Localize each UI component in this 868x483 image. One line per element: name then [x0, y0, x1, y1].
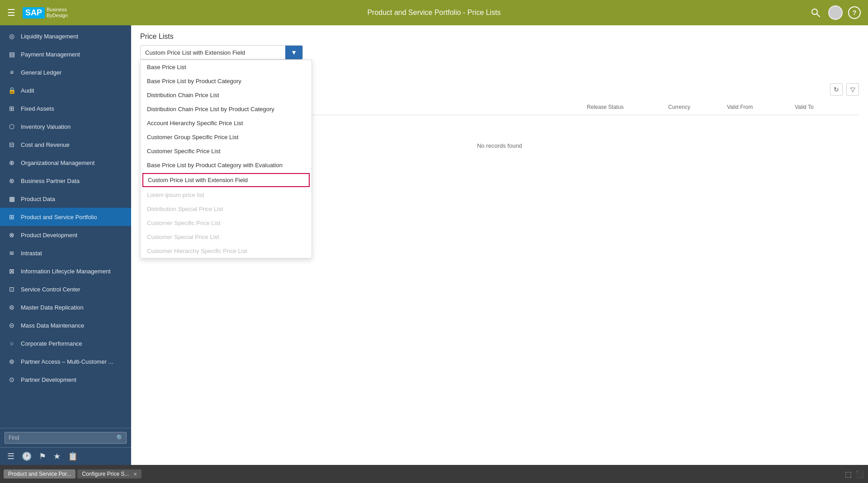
dropdown-option-account-hierarchy-price-list[interactable]: Account Hierarchy Specific Price List	[141, 116, 311, 130]
sidebar-label-fixed-assets: Fixed Assets	[21, 105, 54, 112]
favorites-icon[interactable]: ★	[53, 451, 61, 461]
dropdown-option-customer-specific-price-list[interactable]: Customer Specific Price List	[141, 144, 311, 158]
refresh-button[interactable]: ↻	[830, 83, 843, 96]
clipboard-icon[interactable]: 📋	[68, 451, 78, 461]
sidebar-label-mass-data-maintenance: Mass Data Maintenance	[21, 322, 84, 329]
list-icon[interactable]: ☰	[7, 451, 14, 461]
sidebar-item-organizational-management[interactable]: ⊕Organizational Management	[0, 154, 131, 172]
menu-icon[interactable]: ☰	[7, 7, 15, 18]
sidebar-item-payment-management[interactable]: ▤Payment Management	[0, 45, 131, 63]
sidebar-label-information-lifecycle-management: Information Lifecycle Management	[21, 268, 111, 275]
nav-icon-mass-data-maintenance: ⊝	[7, 321, 16, 330]
sidebar-item-mass-data-maintenance[interactable]: ⊝Mass Data Maintenance	[0, 316, 131, 334]
dropdown-option-dimmed-2[interactable]: Distribution Special Price List	[141, 202, 311, 216]
col-valid-from: Valid From	[723, 102, 791, 112]
sidebar-item-corporate-performance[interactable]: ○Corporate Performance	[0, 334, 131, 352]
user-avatar[interactable]	[828, 5, 843, 20]
sidebar-item-cost-and-revenue[interactable]: ⊟Cost and Revenue	[0, 136, 131, 154]
sidebar-search-input[interactable]	[5, 432, 127, 444]
sidebar-item-product-development[interactable]: ⊗Product Development	[0, 226, 131, 244]
taskbar-right-icon-0[interactable]: ⬚	[845, 470, 852, 478]
taskbar-item-taskbar-configure[interactable]: Configure Price S...✕	[77, 469, 142, 478]
content-header: Price Lists	[131, 25, 868, 45]
col-valid-to: Valid To	[791, 102, 859, 112]
sidebar-search-area: 🔍	[0, 428, 131, 447]
sidebar-nav: ◎Liquidity Management▤Payment Management…	[0, 25, 131, 428]
nav-icon-general-ledger: ≡	[7, 68, 16, 77]
sidebar-item-intrastat[interactable]: ≋Intrastat	[0, 244, 131, 262]
sidebar-label-product-development: Product Development	[21, 232, 77, 239]
filter-button[interactable]: ▽	[846, 83, 859, 96]
main-layout: ◎Liquidity Management▤Payment Management…	[0, 25, 868, 465]
dropdown-option-dimmed-1[interactable]: Lorem ipsum price list	[141, 188, 311, 202]
dropdown-option-base-price-list-evaluation[interactable]: Base Price List by Product Category with…	[141, 158, 311, 172]
sidebar-item-business-partner-data[interactable]: ⊛Business Partner Data	[0, 172, 131, 190]
sidebar-item-master-data-replication[interactable]: ⊜Master Data Replication	[0, 298, 131, 316]
sap-logo: SAP	[23, 7, 45, 19]
sidebar-item-partner-development[interactable]: ⊙Partner Development	[0, 370, 131, 389]
sidebar-item-audit[interactable]: 🔒Audit	[0, 81, 131, 99]
dropdown-menu: Base Price ListBase Price List by Produc…	[140, 60, 312, 258]
dropdown-option-customer-group-price-list[interactable]: Customer Group Specific Price List	[141, 130, 311, 144]
content-toolbar: Custom Price List with Extension Field ▼…	[131, 45, 868, 64]
sidebar-label-partner-development: Partner Development	[21, 376, 76, 383]
sidebar-label-product-data: Product Data	[21, 196, 55, 202]
sidebar-item-fixed-assets[interactable]: ⊞Fixed Assets	[0, 99, 131, 117]
taskbar-close-taskbar-configure[interactable]: ✕	[133, 472, 137, 477]
search-icon[interactable]	[808, 5, 823, 20]
price-list-dropdown[interactable]: Custom Price List with Extension Field ▼	[140, 45, 303, 60]
nav-icon-cost-and-revenue: ⊟	[7, 140, 16, 149]
dropdown-toggle-button[interactable]: ▼	[285, 46, 302, 59]
sidebar-label-inventory-valuation: Inventory Valuation	[21, 123, 71, 130]
sidebar-item-product-data[interactable]: ▦Product Data	[0, 190, 131, 208]
taskbar-label-taskbar-portfolio: Product and Service Por...	[8, 471, 71, 477]
dropdown-option-base-price-list-by-category[interactable]: Base Price List by Product Category	[141, 74, 311, 88]
refresh-icon: ↻	[834, 86, 839, 93]
nav-icon-corporate-performance: ○	[7, 339, 16, 348]
header: ☰ SAP Business ByDesign Product and Serv…	[0, 0, 868, 25]
content-page-title: Price Lists	[140, 33, 174, 41]
sidebar-item-partner-access[interactable]: ⊚Partner Access – Multi-Customer ...	[0, 352, 131, 370]
taskbar: Product and Service Por...Configure Pric…	[0, 465, 868, 483]
dropdown-option-dimmed-3[interactable]: Customer Specific Price List	[141, 216, 311, 230]
nav-icon-partner-development: ⊙	[7, 375, 16, 384]
sidebar-label-cost-and-revenue: Cost and Revenue	[21, 141, 70, 148]
sidebar-item-information-lifecycle-management[interactable]: ⊠Information Lifecycle Management	[0, 262, 131, 280]
price-list-dropdown-wrapper: Custom Price List with Extension Field ▼…	[140, 45, 303, 60]
page-title-header: Product and Service Portfolio - Price Li…	[367, 9, 500, 17]
sidebar-item-general-ledger[interactable]: ≡General Ledger	[0, 63, 131, 81]
dropdown-option-custom-price-list-extension[interactable]: Custom Price List with Extension Field	[142, 173, 310, 187]
sidebar-item-product-service-portfolio[interactable]: ⊞Product and Service Portfolio	[0, 208, 131, 226]
flag-icon[interactable]: ⚑	[39, 451, 46, 461]
taskbar-right-icons: ⬚⬛	[845, 470, 864, 478]
nav-icon-liquidity-management: ◎	[7, 32, 16, 41]
nav-icon-product-development: ⊗	[7, 230, 16, 239]
dropdown-option-distribution-chain-price-list-by-category[interactable]: Distribution Chain Price List by Product…	[141, 102, 311, 116]
dropdown-option-base-price-list[interactable]: Base Price List	[141, 60, 311, 74]
sidebar-label-service-control-center: Service Control Center	[21, 286, 80, 293]
nav-icon-intrastat: ≋	[7, 249, 16, 258]
sidebar-item-inventory-valuation[interactable]: ⬡Inventory Valuation	[0, 117, 131, 136]
taskbar-right-icon-1[interactable]: ⬛	[855, 470, 864, 478]
history-icon[interactable]: 🕐	[22, 451, 32, 461]
col-currency: Currency	[665, 102, 723, 112]
sidebar-item-liquidity-management[interactable]: ◎Liquidity Management	[0, 27, 131, 45]
dropdown-option-distribution-chain-price-list[interactable]: Distribution Chain Price List	[141, 88, 311, 102]
help-icon[interactable]: ?	[848, 6, 861, 19]
header-icons: ?	[808, 5, 861, 20]
sidebar-search-icon: 🔍	[116, 434, 124, 441]
dropdown-option-dimmed-4[interactable]: Customer Special Price List	[141, 230, 311, 244]
nav-icon-information-lifecycle-management: ⊠	[7, 267, 16, 276]
dropdown-selected-text: Custom Price List with Extension Field	[141, 46, 285, 59]
taskbar-item-taskbar-portfolio[interactable]: Product and Service Por...	[4, 469, 75, 478]
nav-icon-partner-access: ⊚	[7, 357, 16, 366]
nav-icon-business-partner-data: ⊛	[7, 176, 16, 185]
svg-line-1	[817, 14, 820, 17]
sidebar-label-audit: Audit	[21, 87, 34, 94]
sidebar-label-general-ledger: General Ledger	[21, 69, 61, 76]
sidebar-label-organizational-management: Organizational Management	[21, 159, 94, 166]
filter-icon: ▽	[850, 86, 855, 93]
sidebar-item-service-control-center[interactable]: ⊡Service Control Center	[0, 280, 131, 298]
nav-icon-product-data: ▦	[7, 194, 16, 203]
dropdown-option-dimmed-5[interactable]: Customer Hierarchy Specific Price List	[141, 244, 311, 258]
